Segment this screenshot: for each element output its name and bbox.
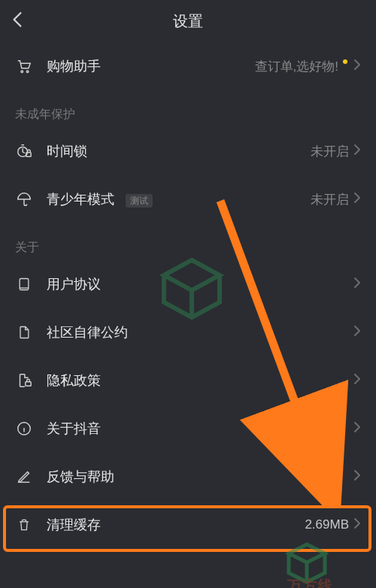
document-lock-icon	[15, 371, 33, 389]
row-label: 社区自律公约	[47, 323, 353, 341]
row-value: 未开启	[311, 143, 349, 160]
header-bar: 设置	[0, 0, 376, 42]
row-about-douyin[interactable]: 关于抖音	[0, 405, 376, 453]
row-label: 用户协议	[47, 275, 353, 293]
row-value: 查订单,选好物!	[255, 58, 338, 75]
section-minor-protection: 未成年保护	[0, 90, 376, 127]
row-value: 未开启	[311, 191, 349, 208]
cart-icon	[15, 57, 33, 75]
row-privacy-policy[interactable]: 隐私政策	[0, 356, 376, 405]
svg-rect-5	[26, 382, 31, 386]
teen-mode-text: 青少年模式	[47, 192, 114, 207]
row-label: 隐私政策	[47, 371, 353, 389]
umbrella-icon	[15, 190, 33, 208]
row-label: 反馈与帮助	[47, 468, 353, 486]
pencil-icon	[15, 468, 33, 486]
row-feedback-help[interactable]: 反馈与帮助	[0, 453, 376, 501]
cache-size-value: 2.69MB	[305, 517, 349, 532]
row-clear-cache[interactable]: 清理缓存 2.69MB	[0, 501, 376, 549]
trash-icon	[15, 516, 33, 534]
row-label: 购物助手	[47, 57, 255, 75]
chevron-right-icon	[353, 192, 361, 207]
row-shopping-assistant[interactable]: 购物助手 查订单,选好物!	[0, 42, 376, 90]
row-community-rules[interactable]: 社区自律公约	[0, 308, 376, 356]
row-teen-mode[interactable]: 青少年模式 测试 未开启	[0, 175, 376, 223]
chevron-right-icon	[353, 373, 361, 388]
chevron-right-icon	[353, 469, 361, 484]
svg-text:万方线: 万方线	[287, 577, 332, 588]
document-icon	[15, 323, 33, 341]
row-label: 青少年模式 测试	[47, 190, 311, 208]
svg-point-1	[26, 71, 29, 73]
row-label: 关于抖音	[47, 420, 353, 438]
chevron-right-icon	[353, 144, 361, 159]
svg-point-0	[21, 71, 23, 73]
back-icon[interactable]	[12, 11, 23, 31]
chevron-right-icon	[353, 517, 361, 532]
chevron-right-icon	[353, 277, 361, 292]
info-icon	[15, 420, 33, 438]
row-user-agreement[interactable]: 用户协议	[0, 260, 376, 308]
chevron-right-icon	[353, 59, 361, 74]
row-label: 时间锁	[47, 142, 311, 160]
book-icon	[15, 275, 33, 293]
stopwatch-lock-icon	[15, 142, 33, 160]
beta-badge: 测试	[126, 194, 153, 208]
notification-dot-icon	[343, 59, 347, 64]
row-time-lock[interactable]: 时间锁 未开启	[0, 127, 376, 175]
row-label: 清理缓存	[47, 516, 305, 534]
section-about: 关于	[0, 223, 376, 260]
page-title: 设置	[173, 11, 203, 32]
chevron-right-icon	[353, 325, 361, 340]
chevron-right-icon	[353, 421, 361, 436]
